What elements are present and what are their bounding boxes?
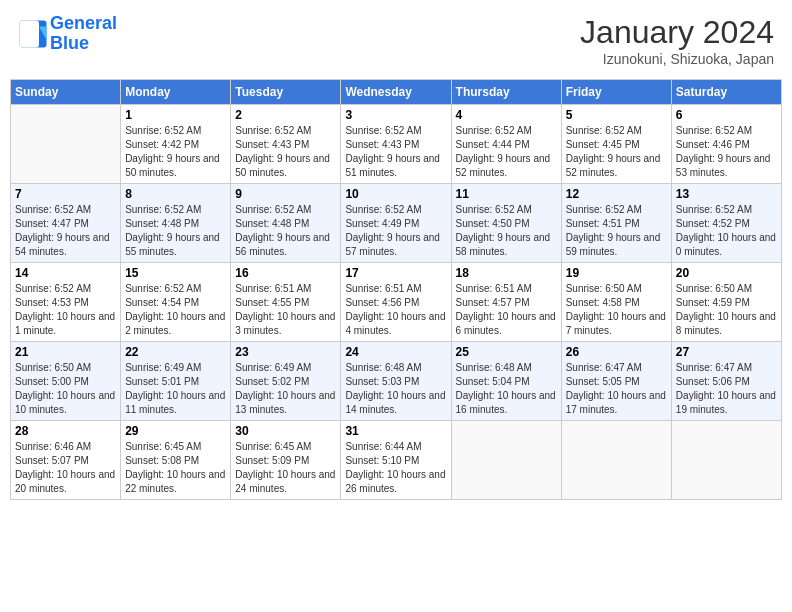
logo-text: General Blue: [50, 14, 117, 54]
day-info: Sunrise: 6:52 AMSunset: 4:48 PMDaylight:…: [235, 203, 336, 259]
day-number: 18: [456, 266, 557, 280]
day-info: Sunrise: 6:51 AMSunset: 4:55 PMDaylight:…: [235, 282, 336, 338]
day-info: Sunrise: 6:49 AMSunset: 5:01 PMDaylight:…: [125, 361, 226, 417]
table-row: 3Sunrise: 6:52 AMSunset: 4:43 PMDaylight…: [341, 105, 451, 184]
calendar-week-row: 21Sunrise: 6:50 AMSunset: 5:00 PMDayligh…: [11, 342, 782, 421]
day-info: Sunrise: 6:52 AMSunset: 4:45 PMDaylight:…: [566, 124, 667, 180]
table-row: 25Sunrise: 6:48 AMSunset: 5:04 PMDayligh…: [451, 342, 561, 421]
month-title: January 2024: [580, 14, 774, 51]
calendar-header-row: Sunday Monday Tuesday Wednesday Thursday…: [11, 80, 782, 105]
table-row: 8Sunrise: 6:52 AMSunset: 4:48 PMDaylight…: [121, 184, 231, 263]
calendar-week-row: 1Sunrise: 6:52 AMSunset: 4:42 PMDaylight…: [11, 105, 782, 184]
col-friday: Friday: [561, 80, 671, 105]
day-number: 27: [676, 345, 777, 359]
table-row: 7Sunrise: 6:52 AMSunset: 4:47 PMDaylight…: [11, 184, 121, 263]
calendar-week-row: 7Sunrise: 6:52 AMSunset: 4:47 PMDaylight…: [11, 184, 782, 263]
day-info: Sunrise: 6:45 AMSunset: 5:09 PMDaylight:…: [235, 440, 336, 496]
day-info: Sunrise: 6:47 AMSunset: 5:05 PMDaylight:…: [566, 361, 667, 417]
day-info: Sunrise: 6:52 AMSunset: 4:42 PMDaylight:…: [125, 124, 226, 180]
day-info: Sunrise: 6:52 AMSunset: 4:54 PMDaylight:…: [125, 282, 226, 338]
day-number: 31: [345, 424, 446, 438]
day-number: 19: [566, 266, 667, 280]
day-info: Sunrise: 6:52 AMSunset: 4:46 PMDaylight:…: [676, 124, 777, 180]
table-row: 11Sunrise: 6:52 AMSunset: 4:50 PMDayligh…: [451, 184, 561, 263]
table-row: 28Sunrise: 6:46 AMSunset: 5:07 PMDayligh…: [11, 421, 121, 500]
day-number: 11: [456, 187, 557, 201]
table-row: 17Sunrise: 6:51 AMSunset: 4:56 PMDayligh…: [341, 263, 451, 342]
day-number: 6: [676, 108, 777, 122]
day-info: Sunrise: 6:52 AMSunset: 4:51 PMDaylight:…: [566, 203, 667, 259]
day-info: Sunrise: 6:52 AMSunset: 4:52 PMDaylight:…: [676, 203, 777, 259]
table-row: 9Sunrise: 6:52 AMSunset: 4:48 PMDaylight…: [231, 184, 341, 263]
day-info: Sunrise: 6:52 AMSunset: 4:53 PMDaylight:…: [15, 282, 116, 338]
table-row: 27Sunrise: 6:47 AMSunset: 5:06 PMDayligh…: [671, 342, 781, 421]
day-number: 26: [566, 345, 667, 359]
day-number: 14: [15, 266, 116, 280]
col-monday: Monday: [121, 80, 231, 105]
day-number: 22: [125, 345, 226, 359]
col-tuesday: Tuesday: [231, 80, 341, 105]
day-info: Sunrise: 6:52 AMSunset: 4:49 PMDaylight:…: [345, 203, 446, 259]
calendar-table: Sunday Monday Tuesday Wednesday Thursday…: [10, 79, 782, 500]
day-info: Sunrise: 6:51 AMSunset: 4:57 PMDaylight:…: [456, 282, 557, 338]
table-row: 29Sunrise: 6:45 AMSunset: 5:08 PMDayligh…: [121, 421, 231, 500]
table-row: 23Sunrise: 6:49 AMSunset: 5:02 PMDayligh…: [231, 342, 341, 421]
table-row: 14Sunrise: 6:52 AMSunset: 4:53 PMDayligh…: [11, 263, 121, 342]
day-info: Sunrise: 6:48 AMSunset: 5:03 PMDaylight:…: [345, 361, 446, 417]
table-row: [671, 421, 781, 500]
calendar-week-row: 28Sunrise: 6:46 AMSunset: 5:07 PMDayligh…: [11, 421, 782, 500]
day-number: 9: [235, 187, 336, 201]
col-wednesday: Wednesday: [341, 80, 451, 105]
day-number: 5: [566, 108, 667, 122]
title-section: January 2024 Izunokuni, Shizuoka, Japan: [580, 14, 774, 67]
table-row: 22Sunrise: 6:49 AMSunset: 5:01 PMDayligh…: [121, 342, 231, 421]
day-info: Sunrise: 6:52 AMSunset: 4:47 PMDaylight:…: [15, 203, 116, 259]
day-info: Sunrise: 6:52 AMSunset: 4:50 PMDaylight:…: [456, 203, 557, 259]
table-row: 20Sunrise: 6:50 AMSunset: 4:59 PMDayligh…: [671, 263, 781, 342]
table-row: 1Sunrise: 6:52 AMSunset: 4:42 PMDaylight…: [121, 105, 231, 184]
table-row: [561, 421, 671, 500]
day-info: Sunrise: 6:46 AMSunset: 5:07 PMDaylight:…: [15, 440, 116, 496]
day-number: 15: [125, 266, 226, 280]
day-number: 24: [345, 345, 446, 359]
day-number: 3: [345, 108, 446, 122]
day-number: 29: [125, 424, 226, 438]
day-number: 10: [345, 187, 446, 201]
day-number: 4: [456, 108, 557, 122]
table-row: 10Sunrise: 6:52 AMSunset: 4:49 PMDayligh…: [341, 184, 451, 263]
svg-rect-2: [20, 20, 40, 47]
col-thursday: Thursday: [451, 80, 561, 105]
day-number: 16: [235, 266, 336, 280]
calendar-week-row: 14Sunrise: 6:52 AMSunset: 4:53 PMDayligh…: [11, 263, 782, 342]
table-row: 16Sunrise: 6:51 AMSunset: 4:55 PMDayligh…: [231, 263, 341, 342]
day-number: 20: [676, 266, 777, 280]
day-number: 21: [15, 345, 116, 359]
logo-icon: [18, 19, 48, 49]
table-row: [451, 421, 561, 500]
page-header: General Blue January 2024 Izunokuni, Shi…: [10, 10, 782, 71]
day-info: Sunrise: 6:52 AMSunset: 4:43 PMDaylight:…: [235, 124, 336, 180]
day-info: Sunrise: 6:45 AMSunset: 5:08 PMDaylight:…: [125, 440, 226, 496]
day-info: Sunrise: 6:48 AMSunset: 5:04 PMDaylight:…: [456, 361, 557, 417]
day-number: 25: [456, 345, 557, 359]
table-row: 13Sunrise: 6:52 AMSunset: 4:52 PMDayligh…: [671, 184, 781, 263]
day-info: Sunrise: 6:49 AMSunset: 5:02 PMDaylight:…: [235, 361, 336, 417]
table-row: 31Sunrise: 6:44 AMSunset: 5:10 PMDayligh…: [341, 421, 451, 500]
logo: General Blue: [18, 14, 117, 54]
day-info: Sunrise: 6:52 AMSunset: 4:44 PMDaylight:…: [456, 124, 557, 180]
table-row: 19Sunrise: 6:50 AMSunset: 4:58 PMDayligh…: [561, 263, 671, 342]
day-number: 7: [15, 187, 116, 201]
day-info: Sunrise: 6:44 AMSunset: 5:10 PMDaylight:…: [345, 440, 446, 496]
day-info: Sunrise: 6:51 AMSunset: 4:56 PMDaylight:…: [345, 282, 446, 338]
table-row: 26Sunrise: 6:47 AMSunset: 5:05 PMDayligh…: [561, 342, 671, 421]
table-row: [11, 105, 121, 184]
day-number: 28: [15, 424, 116, 438]
day-number: 12: [566, 187, 667, 201]
table-row: 24Sunrise: 6:48 AMSunset: 5:03 PMDayligh…: [341, 342, 451, 421]
table-row: 21Sunrise: 6:50 AMSunset: 5:00 PMDayligh…: [11, 342, 121, 421]
col-sunday: Sunday: [11, 80, 121, 105]
day-info: Sunrise: 6:52 AMSunset: 4:48 PMDaylight:…: [125, 203, 226, 259]
day-info: Sunrise: 6:50 AMSunset: 4:59 PMDaylight:…: [676, 282, 777, 338]
day-info: Sunrise: 6:50 AMSunset: 5:00 PMDaylight:…: [15, 361, 116, 417]
day-info: Sunrise: 6:50 AMSunset: 4:58 PMDaylight:…: [566, 282, 667, 338]
